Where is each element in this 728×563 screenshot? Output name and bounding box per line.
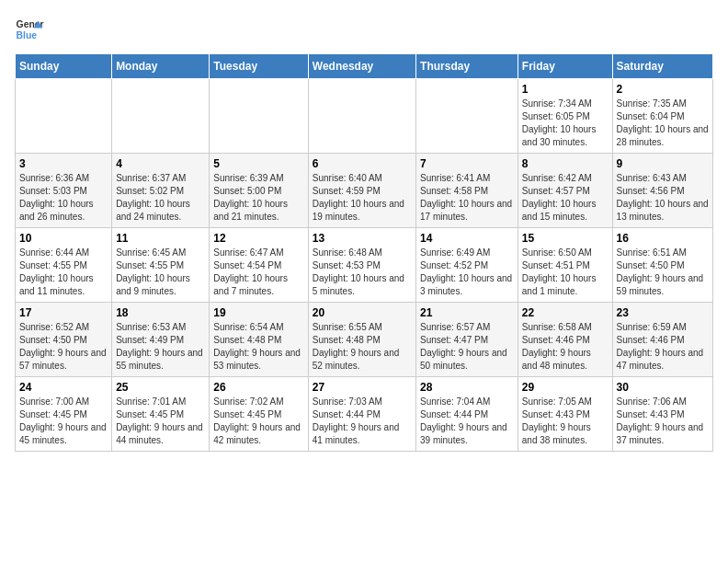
day-info: Sunrise: 7:35 AM Sunset: 6:04 PM Dayligh… <box>617 98 709 149</box>
calendar-cell: 18Sunrise: 6:53 AM Sunset: 4:49 PM Dayli… <box>112 303 210 377</box>
day-number: 9 <box>617 157 709 170</box>
logo: General Blue <box>15 15 44 44</box>
calendar-week-row: 24Sunrise: 7:00 AM Sunset: 4:45 PM Dayli… <box>16 377 713 452</box>
day-info: Sunrise: 7:06 AM Sunset: 4:43 PM Dayligh… <box>617 396 709 447</box>
day-number: 15 <box>522 232 609 245</box>
day-number: 23 <box>617 306 709 319</box>
day-number: 12 <box>213 232 303 245</box>
calendar-cell: 28Sunrise: 7:04 AM Sunset: 4:44 PM Dayli… <box>416 377 518 452</box>
calendar-cell: 13Sunrise: 6:48 AM Sunset: 4:53 PM Dayli… <box>308 228 415 303</box>
calendar-cell: 11Sunrise: 6:45 AM Sunset: 4:55 PM Dayli… <box>112 228 210 303</box>
calendar-cell: 14Sunrise: 6:49 AM Sunset: 4:52 PM Dayli… <box>416 228 518 303</box>
calendar-week-row: 1Sunrise: 7:34 AM Sunset: 6:05 PM Daylig… <box>16 79 713 154</box>
calendar-cell: 30Sunrise: 7:06 AM Sunset: 4:43 PM Dayli… <box>612 377 712 452</box>
day-number: 4 <box>116 157 205 170</box>
day-number: 24 <box>19 381 108 394</box>
calendar-cell: 9Sunrise: 6:43 AM Sunset: 4:56 PM Daylig… <box>612 154 712 228</box>
day-number: 20 <box>313 306 412 319</box>
day-number: 25 <box>116 381 205 394</box>
day-info: Sunrise: 6:47 AM Sunset: 4:54 PM Dayligh… <box>213 247 303 298</box>
day-number: 29 <box>522 381 609 394</box>
day-info: Sunrise: 6:45 AM Sunset: 4:55 PM Dayligh… <box>116 247 205 298</box>
calendar-cell: 7Sunrise: 6:41 AM Sunset: 4:58 PM Daylig… <box>416 154 518 228</box>
day-number: 17 <box>19 306 108 319</box>
day-info: Sunrise: 7:04 AM Sunset: 4:44 PM Dayligh… <box>420 396 514 447</box>
day-number: 27 <box>313 381 412 394</box>
day-info: Sunrise: 6:52 AM Sunset: 4:50 PM Dayligh… <box>19 321 108 373</box>
calendar-header-saturday: Saturday <box>612 54 712 79</box>
day-info: Sunrise: 6:50 AM Sunset: 4:51 PM Dayligh… <box>522 247 609 298</box>
calendar-cell: 20Sunrise: 6:55 AM Sunset: 4:48 PM Dayli… <box>308 303 415 377</box>
day-number: 30 <box>617 381 709 394</box>
day-info: Sunrise: 7:05 AM Sunset: 4:43 PM Dayligh… <box>522 396 609 447</box>
day-info: Sunrise: 6:42 AM Sunset: 4:57 PM Dayligh… <box>522 172 609 224</box>
calendar-cell: 1Sunrise: 7:34 AM Sunset: 6:05 PM Daylig… <box>518 79 612 154</box>
calendar-cell: 6Sunrise: 6:40 AM Sunset: 4:59 PM Daylig… <box>308 154 415 228</box>
day-info: Sunrise: 7:34 AM Sunset: 6:05 PM Dayligh… <box>522 98 609 149</box>
calendar-week-row: 3Sunrise: 6:36 AM Sunset: 5:03 PM Daylig… <box>16 154 713 228</box>
day-info: Sunrise: 6:43 AM Sunset: 4:56 PM Dayligh… <box>617 172 709 224</box>
day-number: 13 <box>313 232 412 245</box>
calendar-week-row: 10Sunrise: 6:44 AM Sunset: 4:55 PM Dayli… <box>16 228 713 303</box>
day-number: 21 <box>420 306 514 319</box>
calendar-header-wednesday: Wednesday <box>308 54 415 79</box>
day-number: 11 <box>116 232 205 245</box>
day-info: Sunrise: 7:00 AM Sunset: 4:45 PM Dayligh… <box>19 396 108 447</box>
day-number: 28 <box>420 381 514 394</box>
day-number: 1 <box>522 83 609 96</box>
calendar-cell: 25Sunrise: 7:01 AM Sunset: 4:45 PM Dayli… <box>112 377 210 452</box>
day-number: 2 <box>617 83 709 96</box>
day-info: Sunrise: 7:02 AM Sunset: 4:45 PM Dayligh… <box>213 396 303 447</box>
day-number: 3 <box>19 157 108 170</box>
calendar-cell: 26Sunrise: 7:02 AM Sunset: 4:45 PM Dayli… <box>210 377 308 452</box>
calendar-header-sunday: Sunday <box>16 54 112 79</box>
calendar-body: 1Sunrise: 7:34 AM Sunset: 6:05 PM Daylig… <box>16 79 713 452</box>
calendar-cell <box>308 79 415 154</box>
day-info: Sunrise: 6:51 AM Sunset: 4:50 PM Dayligh… <box>617 247 709 298</box>
calendar-cell: 8Sunrise: 6:42 AM Sunset: 4:57 PM Daylig… <box>518 154 612 228</box>
day-number: 7 <box>420 157 514 170</box>
day-number: 18 <box>116 306 205 319</box>
calendar-cell: 17Sunrise: 6:52 AM Sunset: 4:50 PM Dayli… <box>16 303 112 377</box>
calendar-cell: 12Sunrise: 6:47 AM Sunset: 4:54 PM Dayli… <box>210 228 308 303</box>
day-number: 14 <box>420 232 514 245</box>
calendar-cell: 15Sunrise: 6:50 AM Sunset: 4:51 PM Dayli… <box>518 228 612 303</box>
header: General Blue <box>15 15 713 44</box>
calendar-week-row: 17Sunrise: 6:52 AM Sunset: 4:50 PM Dayli… <box>16 303 713 377</box>
day-info: Sunrise: 6:57 AM Sunset: 4:47 PM Dayligh… <box>420 321 514 373</box>
day-info: Sunrise: 6:54 AM Sunset: 4:48 PM Dayligh… <box>213 321 303 373</box>
day-info: Sunrise: 6:48 AM Sunset: 4:53 PM Dayligh… <box>313 247 412 298</box>
calendar-cell: 3Sunrise: 6:36 AM Sunset: 5:03 PM Daylig… <box>16 154 112 228</box>
calendar-header-row: SundayMondayTuesdayWednesdayThursdayFrid… <box>16 54 713 79</box>
day-info: Sunrise: 6:37 AM Sunset: 5:02 PM Dayligh… <box>116 172 205 224</box>
calendar-cell: 22Sunrise: 6:58 AM Sunset: 4:46 PM Dayli… <box>518 303 612 377</box>
day-info: Sunrise: 7:03 AM Sunset: 4:44 PM Dayligh… <box>313 396 412 447</box>
calendar-cell: 27Sunrise: 7:03 AM Sunset: 4:44 PM Dayli… <box>308 377 415 452</box>
svg-text:Blue: Blue <box>17 30 38 40</box>
day-number: 16 <box>617 232 709 245</box>
day-number: 8 <box>522 157 609 170</box>
calendar-table: SundayMondayTuesdayWednesdayThursdayFrid… <box>15 53 713 452</box>
day-info: Sunrise: 6:39 AM Sunset: 5:00 PM Dayligh… <box>213 172 303 224</box>
calendar-cell: 10Sunrise: 6:44 AM Sunset: 4:55 PM Dayli… <box>16 228 112 303</box>
day-number: 26 <box>213 381 303 394</box>
calendar-cell: 24Sunrise: 7:00 AM Sunset: 4:45 PM Dayli… <box>16 377 112 452</box>
day-number: 19 <box>213 306 303 319</box>
calendar-cell: 2Sunrise: 7:35 AM Sunset: 6:04 PM Daylig… <box>612 79 712 154</box>
day-info: Sunrise: 6:58 AM Sunset: 4:46 PM Dayligh… <box>522 321 609 373</box>
day-info: Sunrise: 6:55 AM Sunset: 4:48 PM Dayligh… <box>313 321 412 373</box>
day-info: Sunrise: 6:59 AM Sunset: 4:46 PM Dayligh… <box>617 321 709 373</box>
calendar-cell <box>416 79 518 154</box>
calendar-cell: 29Sunrise: 7:05 AM Sunset: 4:43 PM Dayli… <box>518 377 612 452</box>
calendar-cell: 4Sunrise: 6:37 AM Sunset: 5:02 PM Daylig… <box>112 154 210 228</box>
day-number: 10 <box>19 232 108 245</box>
day-number: 5 <box>213 157 303 170</box>
calendar-header-thursday: Thursday <box>416 54 518 79</box>
day-info: Sunrise: 6:49 AM Sunset: 4:52 PM Dayligh… <box>420 247 514 298</box>
calendar-cell <box>112 79 210 154</box>
day-info: Sunrise: 6:36 AM Sunset: 5:03 PM Dayligh… <box>19 172 108 224</box>
calendar-cell: 16Sunrise: 6:51 AM Sunset: 4:50 PM Dayli… <box>612 228 712 303</box>
day-info: Sunrise: 6:44 AM Sunset: 4:55 PM Dayligh… <box>19 247 108 298</box>
day-info: Sunrise: 6:40 AM Sunset: 4:59 PM Dayligh… <box>313 172 412 224</box>
calendar-header-tuesday: Tuesday <box>210 54 308 79</box>
